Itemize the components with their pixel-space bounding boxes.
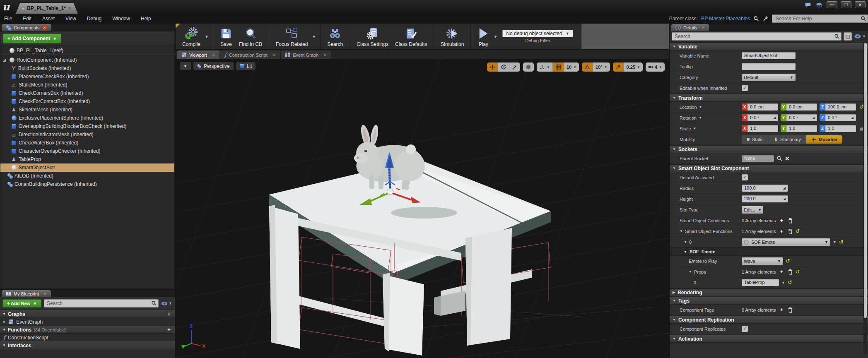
- tree-item-tableprop[interactable]: ♟ TableProp: [0, 155, 174, 163]
- mobility-static-button[interactable]: Static: [742, 135, 769, 144]
- scale-y-field[interactable]: 1.0: [786, 125, 817, 132]
- section-tags[interactable]: ▼Tags: [670, 296, 868, 305]
- add-new-button[interactable]: + Add New▼: [2, 299, 41, 308]
- close-icon[interactable]: ✕: [42, 25, 47, 30]
- slot-type-dropdown[interactable]: Edit...▼: [742, 206, 763, 214]
- reset-to-default-icon[interactable]: ↺: [839, 239, 844, 245]
- add-function-button[interactable]: +: [166, 327, 172, 333]
- section-component-replication[interactable]: ▼Component Replication: [670, 315, 868, 324]
- category-dropdown[interactable]: Default▼: [742, 74, 796, 81]
- construction-script-item[interactable]: ƒ ConstructionScript: [0, 334, 175, 341]
- coordinate-system-button[interactable]: [523, 62, 534, 72]
- property-visibility-button[interactable]: ▼: [854, 34, 866, 39]
- event-graph-item[interactable]: ▶ EventGraph: [0, 318, 175, 326]
- component-self-row[interactable]: BP_PL_Table_1(self): [0, 46, 174, 55]
- add-component-button[interactable]: + Add Component▼: [3, 34, 61, 43]
- camera-speed-button[interactable]: 4▼: [646, 62, 665, 72]
- find-parent-icon[interactable]: [753, 16, 759, 22]
- clear-array-icon[interactable]: [788, 228, 793, 234]
- tree-item-exclusiveplacementsphere[interactable]: ExclusivePlacementSphere (Inherited): [0, 114, 174, 122]
- menu-window[interactable]: Window: [112, 16, 130, 22]
- location-x-field[interactable]: 0.0 cm: [747, 103, 778, 111]
- tree-item-checkforcontactbox[interactable]: CheckForContactBox (Inherited): [0, 97, 174, 106]
- rotation-y-field[interactable]: 0.0 °◢: [786, 114, 817, 121]
- tree-item-smartobjectslot-selected[interactable]: SmartObjectSlot: [0, 163, 174, 172]
- section-transform[interactable]: ▼Transform: [670, 94, 868, 102]
- document-tab[interactable]: BP_PL_Table_1* ×: [16, 3, 78, 14]
- tab-components[interactable]: Components ✕: [2, 24, 51, 31]
- tree-item-ailod[interactable]: AILOD (Inherited): [0, 172, 174, 180]
- my-blueprint-search-input[interactable]: [44, 299, 159, 308]
- clear-array-icon[interactable]: [788, 218, 793, 223]
- close-icon[interactable]: ✕: [702, 25, 705, 30]
- height-field[interactable]: 200.0◢: [742, 195, 788, 202]
- tab-construction-script[interactable]: ƒ Construction Script ✕: [220, 50, 280, 59]
- tree-item-buildsockets[interactable]: BuildSockets (Inherited): [0, 64, 174, 72]
- tree-item-characteroverlapchecker[interactable]: CharacterOverlapChecker (Inherited): [0, 147, 174, 155]
- menu-asset[interactable]: Asset: [42, 16, 55, 22]
- surface-snapping-button[interactable]: ▼: [537, 62, 552, 72]
- close-icon[interactable]: ✕: [323, 53, 327, 57]
- scale-z-field[interactable]: 1.0: [825, 125, 856, 132]
- debug-object-dropdown[interactable]: No debug object selected▼: [502, 30, 573, 37]
- perspective-button[interactable]: Perspective: [193, 62, 234, 70]
- section-variable[interactable]: ▼Variable: [670, 42, 868, 50]
- variable-name-field[interactable]: SmartObjectSlot: [742, 52, 796, 59]
- expander-icon[interactable]: ▼: [689, 270, 692, 274]
- expander-icon[interactable]: ◢: [3, 58, 7, 62]
- tree-item-skeletalmesh[interactable]: ♟ SkeletalMesh (Inherited): [0, 106, 174, 114]
- replicates-checkbox[interactable]: ✓: [742, 326, 748, 332]
- section-activation[interactable]: ▼Activation: [670, 334, 868, 343]
- add-element-icon[interactable]: +: [779, 307, 785, 313]
- tooltip-field[interactable]: [742, 63, 796, 70]
- find-in-cb-button[interactable]: Find in CB: [236, 24, 265, 49]
- clear-socket-icon[interactable]: ✕: [785, 156, 790, 161]
- close-icon[interactable]: ✕: [272, 53, 276, 57]
- add-element-icon[interactable]: +: [779, 228, 785, 235]
- viewport-options-button[interactable]: ▼: [180, 62, 191, 70]
- menu-debug[interactable]: Debug: [87, 16, 101, 22]
- section-rendering[interactable]: ▶Rendering: [670, 288, 868, 296]
- play-button[interactable]: Play: [474, 24, 492, 49]
- editable-checkbox[interactable]: ✓: [742, 85, 748, 91]
- play-options-chevron[interactable]: ▼: [492, 34, 498, 39]
- location-z-field[interactable]: 100.0 cm: [825, 103, 856, 111]
- reset-to-default-icon[interactable]: ↺: [786, 258, 790, 264]
- section-sockets[interactable]: ▼Sockets: [670, 145, 868, 153]
- grid-snap-toggle[interactable]: [552, 62, 564, 72]
- class-settings-button[interactable]: Class Settings: [353, 24, 392, 49]
- add-element-icon[interactable]: +: [779, 217, 785, 224]
- compile-button[interactable]: Compile: [179, 24, 204, 49]
- close-button[interactable]: ×: [855, 1, 866, 8]
- chevron-down-icon[interactable]: ▼: [693, 127, 697, 130]
- element-options-chevron[interactable]: ▼: [833, 240, 837, 244]
- tab-close-icon[interactable]: ×: [68, 5, 71, 11]
- visibility-filter-button[interactable]: ▼: [161, 301, 172, 306]
- tab-event-graph[interactable]: Event Graph ✕: [281, 50, 331, 59]
- class-defaults-button[interactable]: Class Defaults: [392, 24, 430, 49]
- grid-snap-value-button[interactable]: 10▼: [564, 62, 579, 72]
- translate-tool-button[interactable]: [487, 62, 498, 72]
- focus-related-button[interactable]: Focus Related: [272, 24, 311, 49]
- reset-to-default-icon[interactable]: ↺: [796, 269, 800, 274]
- section-smart-object-slot-component[interactable]: ▼Smart Object Slot Component: [670, 164, 868, 172]
- clear-array-icon[interactable]: [788, 307, 793, 313]
- search-button[interactable]: Search: [324, 24, 346, 49]
- functions-section-header[interactable]: ▼ Functions (84 Overridable) +: [0, 326, 175, 334]
- pick-socket-icon[interactable]: [776, 156, 782, 161]
- feedback-bubble-icon[interactable]: [804, 2, 812, 8]
- rotation-x-field[interactable]: 0.0 °◢: [747, 114, 778, 121]
- rotation-snap-value-button[interactable]: 10°▼: [593, 62, 610, 72]
- menu-edit[interactable]: Edit: [23, 16, 31, 22]
- 3d-viewport[interactable]: Z X ▼ Perspective Lit: [176, 59, 669, 358]
- chevron-down-icon[interactable]: ▼: [699, 105, 702, 109]
- tree-item-directionindicatormesh[interactable]: ⌂ DirectionIndicatorMesh (Inherited): [0, 130, 174, 139]
- tutorial-cap-icon[interactable]: [815, 2, 823, 8]
- rotation-z-field[interactable]: 0.0 °◢: [825, 114, 856, 121]
- chevron-down-icon[interactable]: ▼: [781, 281, 785, 285]
- rotate-tool-button[interactable]: [498, 62, 509, 72]
- mobility-movable-button[interactable]: Movable: [806, 135, 842, 144]
- chevron-down-icon[interactable]: ▼: [699, 116, 702, 120]
- expander-icon[interactable]: ▼: [684, 240, 687, 244]
- gizmo-origin-hand[interactable]: [387, 189, 393, 195]
